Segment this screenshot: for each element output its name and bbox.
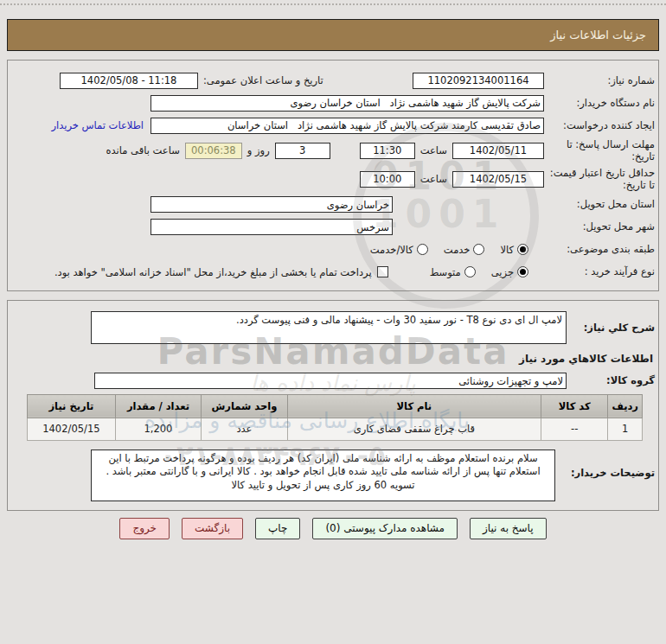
page: { "title_bar": "جزئیات اطلاعات نیاز", "f…	[0, 0, 666, 644]
view-attachments-button[interactable]: مشاهده مدارک پیوستی (0)	[312, 518, 458, 539]
buyer-notes-box[interactable]: سلام برنده استعلام موظف به ارائه شناسه م…	[91, 450, 555, 501]
top-divider	[0, 0, 666, 5]
radio-goods[interactable]	[517, 244, 528, 255]
description-box[interactable]: لامپ ال ای دی نوع T8 - نور سفید 30 وات -…	[91, 311, 567, 344]
creator-label: ایجاد کننده درخواست:	[544, 119, 655, 131]
radio-medium[interactable]	[464, 266, 476, 277]
row-need-number: شماره نیاز: تاریخ و ساعت اعلان عمومی:	[11, 71, 655, 90]
radio-medium-label: متوسط	[430, 266, 461, 278]
buyer-notes-label: توضیحات خریدار:	[555, 450, 655, 479]
city-field[interactable]	[150, 219, 393, 235]
need-details-panel: شرح کلي نیاز: لامپ ال ای دی نوع T8 - نور…	[7, 300, 659, 511]
reply-to-need-button[interactable]: پاسخ به نیاز	[470, 518, 547, 539]
reply-deadline-date-field[interactable]	[452, 143, 544, 159]
header-count-unit: واحد شمارش	[202, 394, 288, 418]
buyer-org-label: نام دستگاه خریدار:	[544, 97, 655, 109]
price-validity-date-field[interactable]	[452, 171, 544, 188]
request-info-panel: شماره نیاز: تاریخ و ساعت اعلان عمومی: نا…	[7, 60, 659, 291]
row-creator: ایجاد کننده درخواست: اطلاعات تماس خریدار	[11, 116, 655, 135]
price-validity-time-label: ساعت	[420, 173, 447, 185]
process-type-label: نوع فرآیند خرید :	[544, 265, 655, 277]
header-row-number: ردیف	[608, 394, 643, 418]
row-buyer-org: نام دستگاه خریدار:	[11, 93, 655, 112]
cell-quantity: 1,200	[115, 418, 201, 440]
radio-goods-label: کالا	[500, 244, 514, 256]
reply-deadline-time-label: ساعت	[420, 144, 447, 156]
classification-label: طبقه بندی موضوعی:	[544, 243, 655, 255]
row-goods-group: گروه کالا:	[11, 372, 655, 391]
row-city: شهر محل تحویل:	[11, 218, 655, 237]
price-validity-label: حداقل تاریخ اعتبار قیمت: تا تاریخ:	[544, 167, 655, 192]
buyer-contact-link[interactable]: اطلاعات تماس خریدار	[51, 119, 144, 131]
row-price-validity: حداقل تاریخ اعتبار قیمت: تا تاریخ: ساعت	[11, 167, 655, 192]
exit-button[interactable]: خروج	[119, 518, 170, 539]
goods-table-header-row: ردیف کد کالا نام کالا واحد شمارش تعداد /…	[28, 394, 643, 418]
row-description: شرح کلي نیاز: لامپ ال ای دی نوع T8 - نور…	[11, 311, 655, 344]
need-number-label: شماره نیاز:	[544, 74, 655, 86]
reply-deadline-label: مهلت ارسال پاسخ: تا تاریخ:	[544, 138, 655, 163]
cell-need-date: 1402/05/15	[28, 418, 116, 440]
announce-label: تاریخ و ساعت اعلان عمومی:	[203, 74, 323, 86]
treasury-docs-checkbox[interactable]	[377, 266, 388, 277]
goods-group-field[interactable]	[94, 373, 567, 389]
action-button-bar: پاسخ به نیاز مشاهده مدارک پیوستی (0) چاپ…	[0, 518, 666, 539]
announce-datetime-field[interactable]	[60, 73, 198, 89]
row-buyer-notes: توضیحات خریدار: سلام برنده استعلام موظف …	[11, 450, 655, 501]
header-item-name: نام کالا	[287, 394, 541, 418]
reply-deadline-time-field[interactable]	[360, 143, 415, 159]
description-label: شرح کلي نیاز:	[567, 311, 655, 334]
header-quantity: تعداد / مقدار	[115, 394, 201, 418]
goods-table: ردیف کد کالا نام کالا واحد شمارش تعداد /…	[27, 394, 643, 441]
radio-goods-service-label: کالا/خدمت	[370, 244, 413, 256]
print-button[interactable]: چاپ	[255, 518, 300, 539]
row-reply-deadline: مهلت ارسال پاسخ: تا تاریخ: ساعت روز و 00…	[11, 138, 655, 163]
radio-partial[interactable]	[517, 266, 528, 277]
creator-field[interactable]	[150, 118, 544, 134]
table-row: 1 -- قاب چراغ سقفی فضای کاری عدد 1,200 1…	[28, 418, 643, 440]
row-province: استان محل تحویل:	[11, 195, 655, 214]
cell-item-name: قاب چراغ سقفی فضای کاری	[287, 418, 541, 440]
row-process-type: نوع فرآیند خرید : جزیی متوسط پرداخت تمام…	[11, 263, 655, 282]
cell-count-unit: عدد	[202, 418, 288, 440]
cell-row-number: 1	[608, 418, 643, 440]
page-title: جزئیات اطلاعات نیاز	[7, 19, 659, 51]
row-classification: طبقه بندی موضوعی: کالا خدمت کالا/خدمت	[11, 240, 655, 259]
need-number-field[interactable]	[413, 73, 544, 89]
radio-service[interactable]	[473, 244, 484, 255]
back-button[interactable]: بازگشت	[182, 518, 243, 539]
radio-service-label: خدمت	[444, 244, 471, 256]
treasury-docs-label: پرداخت تمام یا بخشی از مبلغ خرید،از محل …	[54, 266, 372, 278]
goods-group-label: گروه کالا:	[567, 374, 655, 386]
days-remaining-label: روز و	[247, 144, 270, 156]
header-need-date: تاریخ نیاز	[28, 394, 116, 418]
time-remaining-box: 00:06:38	[185, 143, 242, 159]
time-remaining-label: ساعت باقی مانده	[106, 144, 180, 156]
price-validity-time-field[interactable]	[360, 171, 415, 188]
radio-goods-service[interactable]	[417, 244, 428, 255]
province-field[interactable]	[150, 196, 393, 213]
cell-item-code: --	[541, 418, 607, 440]
goods-section-header: اطلاعات کالاهاي مورد نیاز	[11, 353, 653, 365]
header-item-code: کد کالا	[541, 394, 607, 418]
days-remaining-field[interactable]	[275, 143, 330, 159]
province-label: استان محل تحویل:	[544, 198, 655, 210]
radio-partial-label: جزیی	[491, 266, 514, 278]
city-label: شهر محل تحویل:	[544, 220, 655, 233]
buyer-org-field[interactable]	[150, 95, 544, 112]
